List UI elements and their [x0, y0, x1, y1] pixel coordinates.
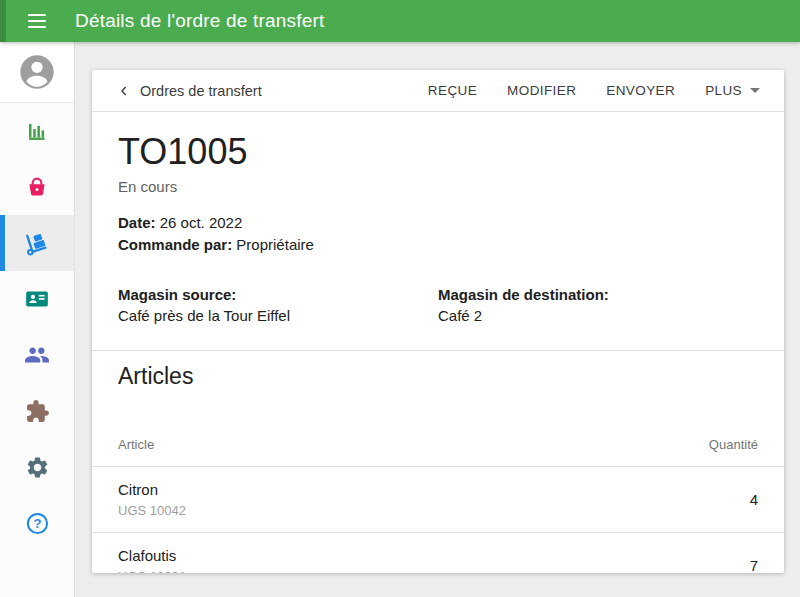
sidebar-item-inventory[interactable] [0, 215, 74, 271]
column-quantity: Quantité [709, 437, 758, 452]
sidebar-item-reports[interactable] [0, 103, 74, 159]
order-id: TO1005 [118, 132, 758, 172]
back-link[interactable]: Ordres de transfert [116, 83, 262, 99]
table-row[interactable]: Clafoutis UGS 10001 7 [92, 533, 784, 573]
item-name: Clafoutis [118, 546, 186, 565]
app-header: Détails de l'ordre de transfert [0, 0, 800, 42]
main-content: Ordres de transfert REÇUE MODIFIER ENVOY… [76, 42, 800, 597]
page-title: Détails de l'ordre de transfert [75, 10, 325, 32]
item-name: Citron [118, 480, 186, 499]
column-article: Article [118, 437, 154, 452]
order-ordered-by: Commande par: Propriétaire [118, 234, 758, 256]
store-columns: Magasin source: Café près de la Tour Eif… [118, 284, 758, 326]
sidebar-item-employees[interactable] [0, 327, 74, 383]
send-button[interactable]: ENVOYER [606, 83, 675, 98]
transfer-order-card: Ordres de transfert REÇUE MODIFIER ENVOY… [92, 70, 784, 573]
order-date: Date: 26 oct. 2022 [118, 212, 758, 234]
chevron-left-icon [116, 83, 132, 99]
sidebar-item-help[interactable]: ? [0, 495, 74, 551]
bar-chart-icon [25, 119, 49, 143]
modify-button[interactable]: MODIFIER [507, 83, 576, 98]
puzzle-icon [25, 399, 50, 424]
more-button[interactable]: PLUS [705, 83, 760, 98]
order-details: TO1005 En cours Date: 26 oct. 2022 Comma… [92, 132, 784, 326]
card-toolbar: Ordres de transfert REÇUE MODIFIER ENVOY… [92, 70, 784, 112]
source-store: Magasin source: Café près de la Tour Eif… [118, 284, 438, 326]
sidebar-item-integrations[interactable] [0, 383, 74, 439]
gear-icon [25, 455, 50, 480]
sidebar-item-articles[interactable] [0, 159, 74, 215]
order-status: En cours [118, 178, 758, 196]
item-sku: UGS 10042 [118, 503, 186, 519]
account-circle-icon [17, 52, 57, 92]
basket-icon [25, 175, 49, 199]
help-icon: ? [25, 511, 50, 536]
menu-icon[interactable] [28, 14, 46, 28]
svg-text:?: ? [33, 515, 41, 530]
sidebar-item-customers[interactable] [0, 271, 74, 327]
sidebar: ? [0, 42, 75, 597]
caret-down-icon [750, 88, 760, 93]
sidebar-item-profile[interactable] [0, 42, 74, 103]
toolbar-actions: REÇUE MODIFIER ENVOYER PLUS [428, 83, 760, 98]
section-divider [92, 350, 784, 351]
back-label: Ordres de transfert [140, 83, 262, 99]
header-edge-strip [0, 0, 6, 42]
people-icon [24, 342, 50, 368]
articles-heading: Articles [118, 361, 758, 391]
item-quantity: 4 [750, 491, 758, 508]
order-meta: Date: 26 oct. 2022 Commande par: Proprié… [118, 212, 758, 256]
table-row[interactable]: Citron UGS 10042 4 [92, 467, 784, 533]
item-sku: UGS 10001 [118, 569, 186, 573]
item-quantity: 7 [750, 557, 758, 573]
articles-table-header: Article Quantité [92, 437, 784, 467]
receive-button[interactable]: REÇUE [428, 83, 477, 98]
sidebar-item-settings[interactable] [0, 439, 74, 495]
contact-card-icon [24, 286, 50, 312]
hand-truck-icon [24, 230, 51, 257]
destination-store: Magasin de destination: Café 2 [438, 284, 758, 326]
